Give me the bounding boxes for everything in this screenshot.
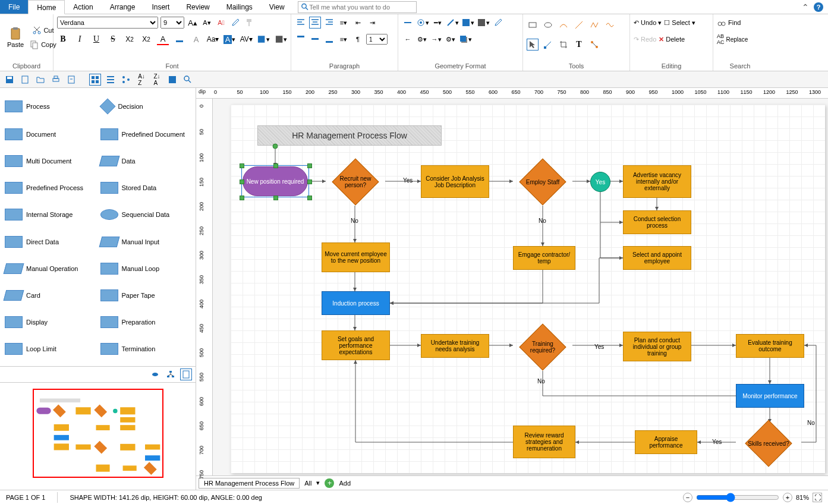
select-button[interactable]: ☐ Select▾ bbox=[664, 17, 695, 29]
superscript-button[interactable]: X2 bbox=[140, 33, 152, 45]
node-conduct_sel[interactable]: Conduct selection process bbox=[623, 210, 691, 234]
node-training_q[interactable]: Training required? bbox=[519, 329, 566, 365]
tell-me-search[interactable] bbox=[298, 1, 417, 13]
menu-tab-insert[interactable]: Insert bbox=[143, 0, 178, 14]
align-left-icon[interactable] bbox=[295, 17, 307, 29]
para-mark-icon[interactable]: ¶ bbox=[352, 33, 364, 45]
shape-item-decision[interactable]: Decision bbox=[98, 93, 194, 119]
rect-tool-icon[interactable] bbox=[527, 19, 539, 31]
edit-points-icon[interactable] bbox=[542, 39, 554, 51]
copy-button[interactable]: Copy bbox=[30, 39, 56, 51]
shape-item-card[interactable]: Card bbox=[2, 283, 98, 307]
shape-item-display[interactable]: Display bbox=[2, 310, 98, 335]
node-recruit_q[interactable]: Recruit new person? bbox=[332, 164, 379, 200]
indent-inc-icon[interactable]: ⇥ bbox=[366, 17, 378, 29]
menu-tab-mailings[interactable]: Mailings bbox=[218, 0, 261, 14]
subscript-button[interactable]: X2 bbox=[124, 33, 136, 45]
resize-handle[interactable] bbox=[273, 163, 278, 168]
node-monitor[interactable]: Monitor performance bbox=[736, 384, 804, 408]
shape-item-sequencial-data[interactable]: Sequencial Data bbox=[98, 203, 194, 227]
preview-shape-icon[interactable] bbox=[149, 368, 161, 380]
shape-item-manual-input[interactable]: Manual Input bbox=[98, 229, 194, 254]
find-button[interactable]: Find bbox=[717, 17, 741, 29]
curve-tool-icon[interactable] bbox=[558, 19, 569, 31]
text-gradient-button[interactable]: ▾ bbox=[275, 33, 287, 45]
node-consider[interactable]: Consider Job Analysis Job Description bbox=[421, 165, 489, 198]
menu-tab-home[interactable]: Home bbox=[28, 0, 65, 14]
arrow-gear2-icon[interactable]: ⚙▾ bbox=[445, 33, 456, 45]
bold-button[interactable]: B bbox=[57, 33, 69, 45]
eyedropper-icon[interactable] bbox=[229, 17, 241, 29]
new-icon[interactable] bbox=[19, 74, 31, 86]
resize-handle[interactable] bbox=[307, 179, 312, 184]
tree-icon[interactable] bbox=[120, 74, 132, 86]
canvas[interactable]: HR Management Process Flow bbox=[213, 99, 828, 475]
shadow-icon[interactable]: ▾ bbox=[459, 33, 472, 45]
line-color-icon[interactable]: ▾ bbox=[446, 17, 459, 29]
shape-item-process[interactable]: Process bbox=[2, 93, 98, 119]
sort-az-icon[interactable]: A↓Z bbox=[136, 74, 147, 86]
node-select_appoint[interactable]: Select and appoint employee bbox=[623, 246, 691, 270]
text-effects-button[interactable]: A bbox=[190, 33, 202, 45]
page[interactable]: HR Management Process Flow bbox=[231, 105, 825, 473]
line-tool-icon[interactable] bbox=[573, 19, 585, 31]
tab-all[interactable]: All bbox=[304, 480, 311, 487]
shape-item-document[interactable]: Document bbox=[2, 122, 98, 146]
resize-handle[interactable] bbox=[240, 196, 244, 200]
page-tab-current[interactable]: HR Management Process Flow bbox=[199, 478, 300, 489]
resize-handle[interactable] bbox=[240, 163, 244, 168]
highlight-button[interactable] bbox=[174, 33, 185, 45]
selection-handles[interactable] bbox=[241, 165, 309, 197]
format-painter-icon[interactable] bbox=[244, 17, 256, 29]
freehand-tool-icon[interactable] bbox=[604, 19, 616, 31]
tell-me-input[interactable] bbox=[309, 4, 413, 11]
strike-button[interactable]: S bbox=[107, 33, 119, 45]
node-skills_q[interactable]: Skills received? bbox=[745, 426, 792, 461]
arrow-start-icon[interactable]: ← bbox=[402, 33, 414, 45]
font-color-button[interactable]: A bbox=[157, 33, 169, 45]
shape-item-loop-limit[interactable]: Loop Limit bbox=[2, 337, 98, 361]
node-induction[interactable]: Induction process bbox=[322, 291, 390, 315]
grid-icon[interactable] bbox=[89, 74, 101, 86]
menu-tab-arrange[interactable]: Arrange bbox=[102, 0, 144, 14]
line-style-icon[interactable] bbox=[402, 17, 414, 29]
shape-item-termination[interactable]: Termination bbox=[98, 337, 194, 361]
delete-button[interactable]: ✕ Delete bbox=[659, 33, 685, 45]
shape-item-internal-storage[interactable]: Internal Storage bbox=[2, 203, 98, 227]
align-right-icon[interactable] bbox=[323, 17, 335, 29]
shape-item-data[interactable]: Data bbox=[98, 149, 194, 173]
resize-handle[interactable] bbox=[240, 179, 244, 184]
shape-item-manual-operation[interactable]: Manual Operation bbox=[2, 256, 98, 281]
fit-page-icon[interactable]: ⛶ bbox=[813, 493, 822, 502]
resize-handle[interactable] bbox=[307, 196, 312, 200]
ellipse-tool-icon[interactable] bbox=[542, 19, 554, 31]
decrease-font-icon[interactable]: A▾ bbox=[201, 17, 213, 29]
font-family-select[interactable]: Verdana bbox=[57, 17, 158, 29]
shape-item-stored-data[interactable]: Stored Data bbox=[98, 176, 194, 200]
shape-item-direct-data[interactable]: Direct Data bbox=[2, 229, 98, 254]
node-set_goals[interactable]: Set goals and performance expectations bbox=[322, 330, 390, 360]
shape-item-predefined-document[interactable]: Predefined Document bbox=[98, 122, 194, 146]
underline-button[interactable]: U bbox=[90, 33, 102, 45]
bullets-icon[interactable]: ≡▾ bbox=[338, 17, 350, 29]
pointer-tool-icon[interactable] bbox=[527, 39, 539, 51]
tab-dropdown-icon[interactable]: ▾ bbox=[316, 479, 320, 487]
text-fill-button[interactable]: ▾ bbox=[257, 33, 269, 45]
clear-format-icon[interactable]: A⃠ bbox=[215, 17, 227, 29]
cut-button[interactable]: Cut bbox=[30, 24, 56, 36]
node-plan_train[interactable]: Plan and conduct individual or group tra… bbox=[623, 332, 691, 361]
shape-item-predefined-process[interactable]: Predefined Process bbox=[2, 176, 98, 200]
diagram-title[interactable]: HR Management Process Flow bbox=[257, 125, 442, 146]
node-eval_train[interactable]: Evaluate training outcome bbox=[736, 334, 804, 358]
node-appraise[interactable]: Appraise performance bbox=[635, 430, 697, 454]
increase-font-icon[interactable]: A▴ bbox=[187, 17, 199, 29]
arrow-end-icon[interactable]: →▾ bbox=[430, 33, 442, 45]
resize-handle[interactable] bbox=[273, 196, 278, 200]
shape-item-manual-loop[interactable]: Manual Loop bbox=[98, 256, 194, 281]
menu-tab-review[interactable]: Review bbox=[178, 0, 218, 14]
node-advertise[interactable]: Advertise vacancy internally and/or exte… bbox=[623, 165, 691, 198]
resize-handle[interactable] bbox=[307, 163, 312, 168]
node-review[interactable]: Review reward strategies and remuneratio… bbox=[513, 426, 575, 458]
align-center-icon[interactable] bbox=[309, 17, 321, 29]
print-icon[interactable] bbox=[50, 74, 62, 86]
